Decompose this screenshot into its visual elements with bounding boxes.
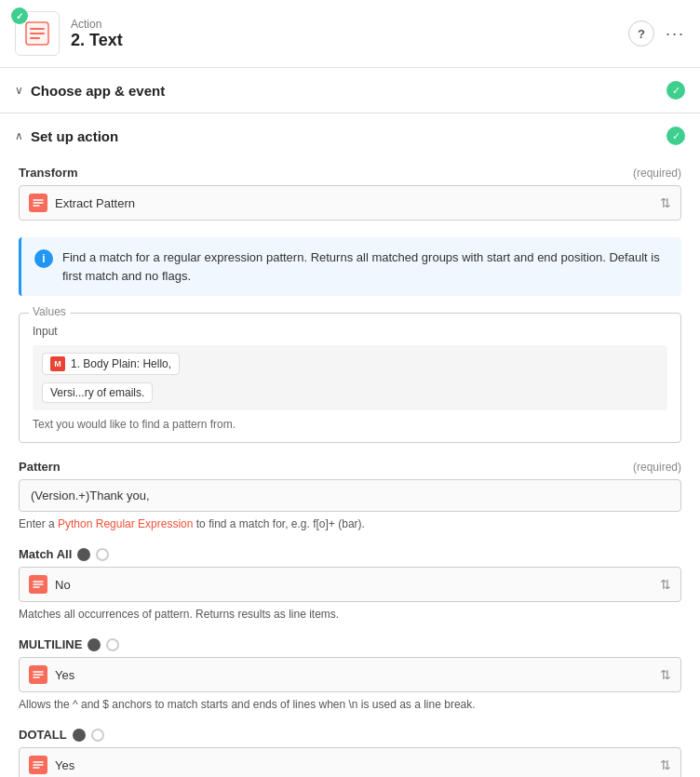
multiline-select-icon: [29, 665, 47, 684]
header-actions: ? ···: [628, 20, 685, 47]
dotall-radio-filled-icon[interactable]: [73, 729, 86, 742]
chevron-down-icon: ∨: [15, 84, 23, 97]
pattern-required: (required): [633, 461, 681, 474]
chip-body-plain: M 1. Body Plain: Hello,: [42, 353, 180, 375]
section-setup-body: Transform (required) Extract Pattern ⇅ i…: [0, 158, 700, 777]
transform-label: Transform: [19, 166, 78, 180]
multiline-arrows-icon: ⇅: [660, 667, 671, 682]
section-setup-action-title: Set up action: [31, 128, 659, 144]
info-text: Find a match for a regular expression pa…: [62, 248, 668, 285]
multiline-radio-row: MULTILINE: [19, 637, 681, 651]
section-choose-app-check: ✓: [666, 81, 685, 100]
radio-empty-icon[interactable]: [96, 548, 109, 561]
match-all-label: Match All: [19, 547, 72, 561]
input-sublabel: Input: [33, 325, 667, 338]
dotall-label: DOTALL: [19, 728, 67, 742]
multiline-select[interactable]: Yes ⇅: [19, 657, 681, 692]
transform-select-icon: [29, 194, 47, 212]
multiline-label: MULTILINE: [19, 637, 82, 651]
pattern-hint-post: to find a match for, e.g. f[o]+ (bar).: [193, 517, 364, 530]
help-button[interactable]: ?: [628, 20, 654, 47]
pattern-hint: Enter a Python Regular Expression to fin…: [19, 517, 681, 530]
input-hint: Text you would like to find a pattern fr…: [33, 418, 667, 431]
section-choose-app-header[interactable]: ∨ Choose app & event ✓: [0, 68, 700, 113]
multiline-hint: Allows the ^ and $ anchors to match star…: [19, 698, 681, 711]
app-header: ✓ Action 2. Text ? ···: [0, 0, 700, 68]
section-choose-app: ∨ Choose app & event ✓: [0, 68, 700, 114]
match-all-hint: Matches all occurrences of pattern. Retu…: [19, 608, 681, 621]
pattern-hint-pre: Enter a: [19, 517, 58, 530]
multiline-field: MULTILINE Yes ⇅ Allows the ^ and $ ancho…: [19, 637, 681, 711]
match-all-select-icon: [29, 575, 47, 594]
dotall-select[interactable]: Yes ⇅: [19, 747, 681, 777]
multiline-value: Yes: [55, 668, 653, 682]
action-title: 2. Text: [71, 31, 617, 50]
pattern-label: Pattern: [19, 460, 61, 474]
match-all-arrows-icon: ⇅: [660, 577, 671, 592]
pattern-field-header: Pattern (required): [19, 460, 681, 474]
select-arrows-icon: ⇅: [660, 195, 671, 210]
dotall-radio-empty-icon[interactable]: [91, 729, 104, 742]
transform-required: (required): [633, 167, 681, 180]
dotall-select-icon: [29, 756, 47, 774]
dotall-radio-row: DOTALL: [19, 728, 681, 742]
section-setup-action-header[interactable]: ∧ Set up action ✓: [0, 114, 700, 158]
input-chip-area[interactable]: M 1. Body Plain: Hello, Versi...ry of em…: [33, 345, 667, 410]
transform-value: Extract Pattern: [55, 196, 653, 210]
section-setup-action-check: ✓: [666, 127, 685, 145]
check-badge: ✓: [11, 7, 28, 24]
chevron-up-icon: ∧: [15, 129, 23, 142]
multiline-radio-empty-icon[interactable]: [106, 638, 119, 651]
gmail-icon: M: [50, 356, 65, 371]
python-regex-link[interactable]: Python Regular Expression: [58, 517, 193, 530]
transform-field-header: Transform (required): [19, 166, 681, 180]
dotall-arrows-icon: ⇅: [660, 757, 671, 772]
match-all-select[interactable]: No ⇅: [19, 567, 681, 602]
match-all-value: No: [55, 578, 653, 592]
more-button[interactable]: ···: [666, 24, 685, 44]
pattern-field: Pattern (required) (Version.+)Thank you,…: [19, 460, 681, 530]
multiline-radio-filled-icon[interactable]: [88, 638, 101, 651]
info-box: i Find a match for a regular expression …: [19, 237, 681, 296]
match-all-field: Match All No ⇅ Matches all occurrences o…: [19, 547, 681, 621]
action-label: Action: [71, 18, 617, 31]
values-legend: Values: [29, 305, 70, 318]
transform-field: Transform (required) Extract Pattern ⇅: [19, 166, 681, 221]
chip-label: 1. Body Plain: Hello,: [71, 357, 171, 370]
section-setup-action: ∧ Set up action ✓ Transform (required) E…: [0, 114, 700, 777]
radio-filled-icon[interactable]: [77, 548, 90, 561]
dotall-field: DOTALL Yes ⇅ Allows the dot wildcard to …: [19, 728, 681, 777]
chip-versi: Versi...ry of emails.: [42, 382, 153, 403]
match-all-radio-row: Match All: [19, 547, 681, 561]
header-text: Action 2. Text: [71, 18, 617, 50]
transform-select[interactable]: Extract Pattern ⇅: [19, 185, 681, 221]
pattern-input[interactable]: (Version.+)Thank you,: [19, 479, 681, 512]
app-icon-wrap: ✓: [15, 11, 60, 56]
dotall-value: Yes: [55, 758, 653, 772]
values-box: Values Input M 1. Body Plain: Hello, Ver…: [19, 313, 681, 443]
info-icon: i: [34, 249, 53, 268]
section-choose-app-title: Choose app & event: [31, 83, 659, 99]
